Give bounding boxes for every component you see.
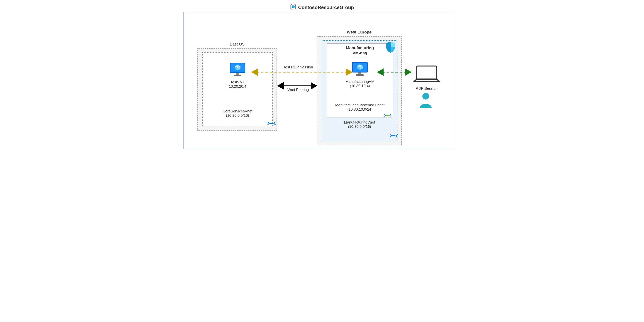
- vm-icon: [229, 75, 246, 78]
- subnet-cidr: (10.30.10.0/24): [327, 107, 393, 112]
- shield-icon: [386, 41, 396, 54]
- rdp-session-label: RDP Session: [409, 86, 444, 91]
- svg-rect-26: [416, 66, 437, 79]
- resource-group-title: ContosoResourceGroup: [182, 4, 462, 11]
- svg-point-24: [393, 135, 394, 136]
- rdp-arrow: [376, 70, 413, 74]
- svg-rect-19: [356, 74, 364, 76]
- region-west-title: West Europe: [317, 30, 402, 35]
- svg-point-20: [386, 115, 387, 116]
- vnet-peering-label: Vnet Peering: [280, 88, 317, 92]
- architecture-diagram: ContosoResourceGroup East US: [182, 4, 462, 152]
- svg-point-22: [388, 115, 389, 116]
- subnet-name: ManufacturingSystemsSubnet: [327, 103, 393, 107]
- svg-point-25: [394, 135, 396, 136]
- region-west-box: Manufacturing VM-nsg: [317, 36, 402, 145]
- nsg-title-line1: Manufacturing: [327, 45, 393, 51]
- test-rdp-arrow: [250, 70, 354, 74]
- test-rdp-label: Test RDP Session: [280, 65, 317, 69]
- svg-rect-8: [236, 73, 239, 75]
- svg-rect-9: [234, 75, 241, 76]
- test-vm-block: TestVM1 (10.20.20.4): [203, 62, 272, 89]
- nsg-title-line2: VM-nsg: [327, 51, 393, 56]
- vnet-peering-arrow: [276, 84, 318, 88]
- laptop-icon: [413, 81, 440, 84]
- svg-rect-18: [358, 73, 361, 74]
- manufacturing-vnet-box: Manufacturing VM-nsg: [322, 40, 398, 141]
- vnet-icon: [267, 121, 276, 127]
- manufacturing-vm-ip: (10.30.10.4): [327, 84, 393, 88]
- svg-point-11: [271, 123, 272, 124]
- region-east-title: East US: [198, 42, 277, 47]
- resource-group-box: East US TestVM1: [183, 12, 455, 149]
- vm-icon: [352, 75, 368, 78]
- resource-group-icon: [290, 4, 296, 11]
- manufacturing-vm-name: ManufacturingVM: [327, 80, 393, 84]
- core-vnet-box: TestVM1 (10.20.20.4) CoreServicesVnet (1…: [202, 52, 273, 126]
- svg-point-27: [422, 93, 429, 100]
- core-vnet-label: CoreServicesVnet (10.20.0.0/16): [203, 109, 272, 118]
- subnet-label: ManufacturingSystemsSubnet (10.30.10.0/2…: [327, 103, 393, 112]
- manufacturing-vnet-name: ManufacturingVnet: [322, 120, 397, 125]
- nsg-title: Manufacturing VM-nsg: [327, 45, 393, 56]
- resource-group-name: ContosoResourceGroup: [298, 5, 354, 10]
- client-laptop: RDP Session: [409, 65, 444, 91]
- subnet-icon: [384, 113, 392, 119]
- svg-point-10: [270, 123, 271, 124]
- test-vm-ip: (10.20.20.4): [203, 84, 272, 89]
- core-vnet-cidr: (10.20.0.0/16): [203, 113, 272, 118]
- manufacturing-vm-block: ManufacturingVM (10.30.10.4): [327, 61, 393, 88]
- test-vm-name: TestVM1: [203, 80, 272, 84]
- vnet-icon: [389, 133, 398, 139]
- core-vnet-name: CoreServicesVnet: [203, 109, 272, 113]
- user-icon: [418, 92, 433, 109]
- region-east-box: TestVM1 (10.20.20.4) CoreServicesVnet (1…: [198, 48, 277, 131]
- svg-point-12: [272, 123, 273, 124]
- svg-point-21: [387, 115, 388, 116]
- nsg-box: Manufacturing VM-nsg: [326, 44, 393, 117]
- svg-point-23: [392, 135, 393, 136]
- manufacturing-vnet-label: ManufacturingVnet (10.30.0.0/16): [322, 120, 397, 129]
- manufacturing-vnet-cidr: (10.30.0.0/16): [322, 125, 397, 129]
